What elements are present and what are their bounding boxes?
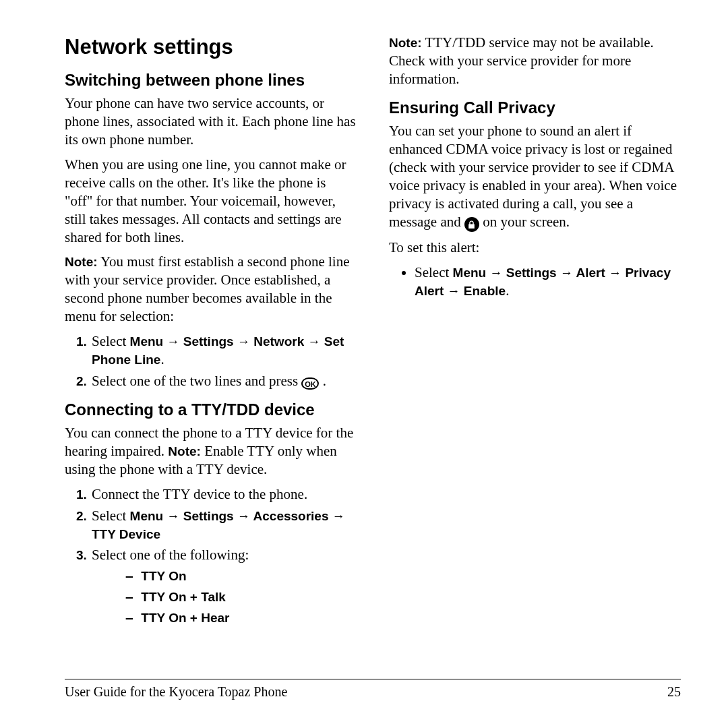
page-title: Network settings: [65, 34, 357, 61]
lock-icon: [464, 217, 479, 232]
menu-path: Menu → Settings → Accessories → TTY Devi…: [92, 509, 345, 541]
heading-switching-lines: Switching between phone lines: [65, 70, 357, 91]
heading-call-privacy: Ensuring Call Privacy: [389, 98, 681, 119]
step: Select one of the two lines and press OK…: [90, 372, 357, 390]
option-tty-on-hear: TTY On + Hear: [124, 609, 357, 627]
paragraph: Your phone can have two service accounts…: [65, 94, 357, 149]
step: Connect the TTY device to the phone.: [90, 485, 357, 504]
paragraph: To set this alert:: [389, 239, 681, 257]
menu-path: Menu → Settings → Network → Set Phone Li…: [92, 334, 344, 367]
step: Select Menu → Settings → Alert → Privacy…: [415, 264, 681, 300]
footer: User Guide for the Kyocera Topaz Phone 2…: [65, 679, 681, 701]
step: Select Menu → Settings → Network → Set P…: [90, 332, 357, 369]
note: Note: TTY/TDD service may not be availab…: [389, 34, 681, 88]
note-body: TTY/TDD service may not be available. Ch…: [389, 34, 654, 87]
paragraph: You can set your phone to sound an alert…: [389, 122, 681, 232]
step: Select Menu → Settings → Accessories → T…: [90, 507, 357, 543]
option-tty-on-talk: TTY On + Talk: [124, 588, 357, 606]
ok-icon: OK: [301, 377, 319, 390]
note-label: Note:: [65, 255, 98, 269]
paragraph: When you are using one line, you cannot …: [65, 156, 357, 246]
note-label: Note:: [168, 444, 201, 458]
note-body: You must first establish a second phone …: [65, 253, 349, 324]
option-tty-on: TTY On: [124, 567, 357, 585]
step: Select one of the following: TTY On TTY …: [90, 546, 357, 627]
menu-path: Menu → Settings → Alert → Privacy Alert …: [415, 266, 671, 298]
note: Note: You must first establish a second …: [65, 253, 357, 326]
paragraph: You can connect the phone to a TTY devic…: [65, 424, 357, 479]
page-number: 25: [667, 684, 681, 701]
note-label: Note:: [389, 36, 422, 50]
heading-tty: Connecting to a TTY/TDD device: [65, 400, 357, 421]
footer-title: User Guide for the Kyocera Topaz Phone: [65, 684, 287, 701]
